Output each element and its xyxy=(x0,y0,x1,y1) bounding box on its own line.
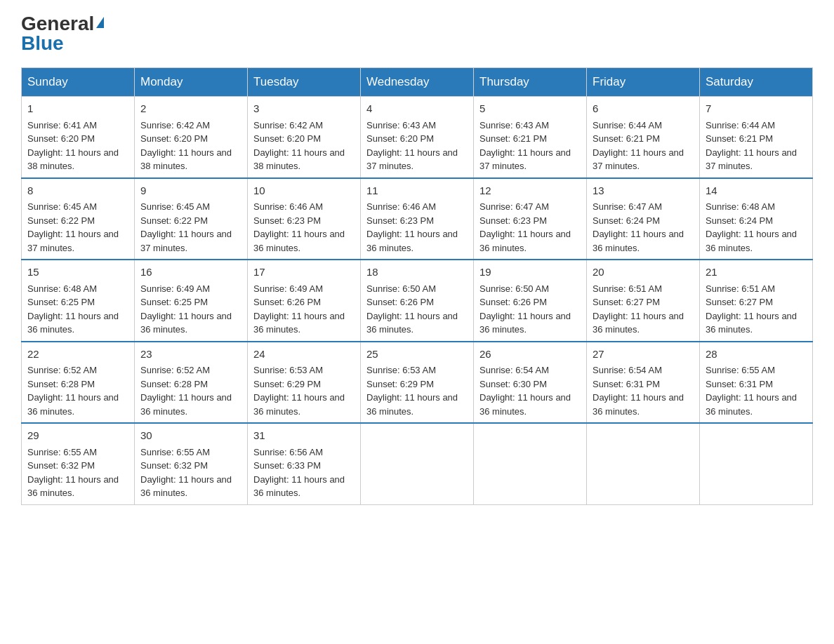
sunset-text: Sunset: 6:21 PM xyxy=(479,133,547,144)
daylight-text: Daylight: 11 hours and 36 minutes. xyxy=(706,311,797,335)
sunrise-text: Sunrise: 6:49 AM xyxy=(140,283,210,294)
daylight-text: Daylight: 11 hours and 36 minutes. xyxy=(593,229,684,253)
sunrise-text: Sunrise: 6:46 AM xyxy=(366,201,436,212)
weekday-header: Wednesday xyxy=(361,68,474,97)
sunset-text: Sunset: 6:25 PM xyxy=(140,297,208,307)
daylight-text: Daylight: 11 hours and 36 minutes. xyxy=(27,311,119,335)
calendar-day-cell: 31Sunrise: 6:56 AMSunset: 6:33 PMDayligh… xyxy=(248,423,361,504)
calendar-day-cell: 28Sunrise: 6:55 AMSunset: 6:31 PMDayligh… xyxy=(700,342,813,424)
sunrise-text: Sunrise: 6:41 AM xyxy=(27,120,97,130)
calendar-day-cell xyxy=(587,423,700,504)
daylight-text: Daylight: 11 hours and 36 minutes. xyxy=(479,392,571,417)
day-number: 1 xyxy=(27,101,128,117)
calendar-day-cell: 24Sunrise: 6:53 AMSunset: 6:29 PMDayligh… xyxy=(248,342,361,424)
calendar-day-cell: 5Sunrise: 6:43 AMSunset: 6:21 PMDaylight… xyxy=(474,97,587,178)
calendar-day-cell: 13Sunrise: 6:47 AMSunset: 6:24 PMDayligh… xyxy=(587,178,700,260)
day-number: 18 xyxy=(366,264,468,281)
calendar-day-cell: 20Sunrise: 6:51 AMSunset: 6:27 PMDayligh… xyxy=(587,260,700,342)
sunrise-text: Sunrise: 6:43 AM xyxy=(479,120,549,130)
day-number: 3 xyxy=(253,101,355,117)
daylight-text: Daylight: 11 hours and 36 minutes. xyxy=(140,311,232,335)
logo-blue-text: Blue xyxy=(21,34,64,53)
day-number: 2 xyxy=(140,101,241,117)
daylight-text: Daylight: 11 hours and 38 minutes. xyxy=(253,147,345,172)
calendar-day-cell: 23Sunrise: 6:52 AMSunset: 6:28 PMDayligh… xyxy=(135,342,248,424)
day-number: 11 xyxy=(366,183,468,199)
calendar-day-cell: 27Sunrise: 6:54 AMSunset: 6:31 PMDayligh… xyxy=(587,342,700,424)
daylight-text: Daylight: 11 hours and 36 minutes. xyxy=(479,311,571,335)
day-number: 21 xyxy=(706,264,807,281)
day-number: 28 xyxy=(706,347,807,363)
sunrise-text: Sunrise: 6:56 AM xyxy=(253,447,323,457)
day-number: 12 xyxy=(479,183,581,199)
sunset-text: Sunset: 6:29 PM xyxy=(253,379,321,389)
sunrise-text: Sunrise: 6:44 AM xyxy=(706,120,775,130)
sunrise-text: Sunrise: 6:48 AM xyxy=(706,201,775,212)
calendar-day-cell: 12Sunrise: 6:47 AMSunset: 6:23 PMDayligh… xyxy=(474,178,587,260)
daylight-text: Daylight: 11 hours and 38 minutes. xyxy=(140,147,232,172)
day-number: 27 xyxy=(593,347,694,363)
sunrise-text: Sunrise: 6:53 AM xyxy=(253,365,323,375)
calendar-week-row: 8Sunrise: 6:45 AMSunset: 6:22 PMDaylight… xyxy=(22,178,813,260)
calendar-week-row: 22Sunrise: 6:52 AMSunset: 6:28 PMDayligh… xyxy=(22,342,813,424)
calendar-day-cell: 25Sunrise: 6:53 AMSunset: 6:29 PMDayligh… xyxy=(361,342,474,424)
day-number: 19 xyxy=(479,264,581,281)
sunrise-text: Sunrise: 6:55 AM xyxy=(27,447,97,457)
calendar-week-row: 29Sunrise: 6:55 AMSunset: 6:32 PMDayligh… xyxy=(22,423,813,504)
sunrise-text: Sunrise: 6:51 AM xyxy=(593,283,662,294)
day-number: 23 xyxy=(140,347,241,363)
sunset-text: Sunset: 6:24 PM xyxy=(593,215,660,226)
sunset-text: Sunset: 6:27 PM xyxy=(706,297,773,307)
daylight-text: Daylight: 11 hours and 36 minutes. xyxy=(253,474,345,499)
weekday-header: Saturday xyxy=(700,68,813,97)
sunrise-text: Sunrise: 6:51 AM xyxy=(706,283,775,294)
calendar-day-cell: 15Sunrise: 6:48 AMSunset: 6:25 PMDayligh… xyxy=(22,260,135,342)
daylight-text: Daylight: 11 hours and 36 minutes. xyxy=(253,311,345,335)
sunset-text: Sunset: 6:23 PM xyxy=(253,215,321,226)
daylight-text: Daylight: 11 hours and 38 minutes. xyxy=(27,147,119,172)
daylight-text: Daylight: 11 hours and 37 minutes. xyxy=(366,147,458,172)
day-number: 22 xyxy=(27,347,128,363)
calendar-day-cell: 2Sunrise: 6:42 AMSunset: 6:20 PMDaylight… xyxy=(135,97,248,178)
sunset-text: Sunset: 6:26 PM xyxy=(366,297,434,307)
sunrise-text: Sunrise: 6:42 AM xyxy=(140,120,210,130)
page-header: General Blue xyxy=(21,14,813,53)
day-number: 7 xyxy=(706,101,807,117)
day-number: 20 xyxy=(593,264,694,281)
logo: General Blue xyxy=(21,14,104,53)
sunrise-text: Sunrise: 6:55 AM xyxy=(140,447,210,457)
sunset-text: Sunset: 6:24 PM xyxy=(706,215,773,226)
calendar-day-cell: 21Sunrise: 6:51 AMSunset: 6:27 PMDayligh… xyxy=(700,260,813,342)
calendar-week-row: 15Sunrise: 6:48 AMSunset: 6:25 PMDayligh… xyxy=(22,260,813,342)
sunrise-text: Sunrise: 6:43 AM xyxy=(366,120,436,130)
daylight-text: Daylight: 11 hours and 36 minutes. xyxy=(366,229,458,253)
calendar-day-cell: 7Sunrise: 6:44 AMSunset: 6:21 PMDaylight… xyxy=(700,97,813,178)
sunset-text: Sunset: 6:26 PM xyxy=(479,297,547,307)
day-number: 24 xyxy=(253,347,355,363)
calendar-day-cell: 17Sunrise: 6:49 AMSunset: 6:26 PMDayligh… xyxy=(248,260,361,342)
weekday-header: Monday xyxy=(135,68,248,97)
sunset-text: Sunset: 6:20 PM xyxy=(253,133,321,144)
sunset-text: Sunset: 6:20 PM xyxy=(140,133,208,144)
weekday-header-row: SundayMondayTuesdayWednesdayThursdayFrid… xyxy=(22,68,813,97)
daylight-text: Daylight: 11 hours and 36 minutes. xyxy=(706,392,797,417)
calendar-day-cell: 26Sunrise: 6:54 AMSunset: 6:30 PMDayligh… xyxy=(474,342,587,424)
calendar-day-cell: 1Sunrise: 6:41 AMSunset: 6:20 PMDaylight… xyxy=(22,97,135,178)
sunrise-text: Sunrise: 6:49 AM xyxy=(253,283,323,294)
day-number: 31 xyxy=(253,428,355,444)
daylight-text: Daylight: 11 hours and 36 minutes. xyxy=(140,392,232,417)
daylight-text: Daylight: 11 hours and 36 minutes. xyxy=(593,392,684,417)
calendar-day-cell: 9Sunrise: 6:45 AMSunset: 6:22 PMDaylight… xyxy=(135,178,248,260)
day-number: 8 xyxy=(27,183,128,199)
day-number: 13 xyxy=(593,183,694,199)
sunrise-text: Sunrise: 6:52 AM xyxy=(27,365,97,375)
weekday-header: Sunday xyxy=(22,68,135,97)
calendar-day-cell: 14Sunrise: 6:48 AMSunset: 6:24 PMDayligh… xyxy=(700,178,813,260)
weekday-header: Tuesday xyxy=(248,68,361,97)
calendar-day-cell: 19Sunrise: 6:50 AMSunset: 6:26 PMDayligh… xyxy=(474,260,587,342)
weekday-header: Thursday xyxy=(474,68,587,97)
sunrise-text: Sunrise: 6:46 AM xyxy=(253,201,323,212)
day-number: 25 xyxy=(366,347,468,363)
sunset-text: Sunset: 6:21 PM xyxy=(706,133,773,144)
sunset-text: Sunset: 6:22 PM xyxy=(140,215,208,226)
